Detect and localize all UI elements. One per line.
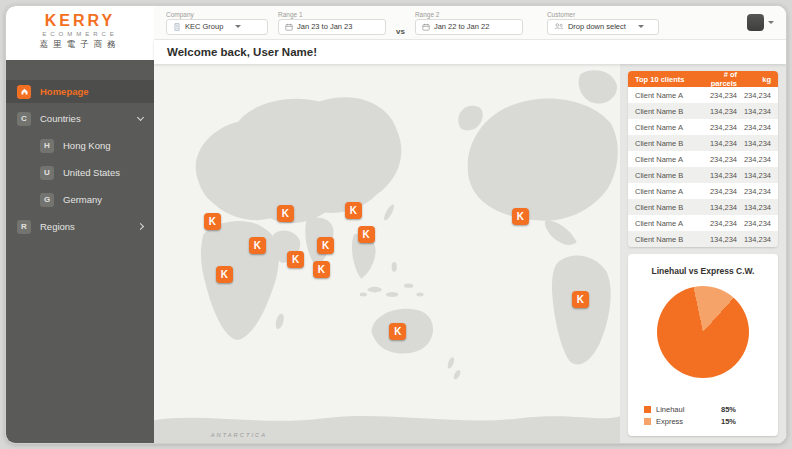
client-parcels: 234,234 (696, 155, 737, 164)
people-icon (554, 23, 564, 30)
world-map[interactable]: ANTARCTICA KKKKKKKKKKKK (154, 64, 620, 443)
range1-label: Range 1 (278, 11, 386, 18)
client-name: Client Name A (635, 123, 696, 132)
company-select[interactable]: KEC Group (166, 19, 268, 35)
pie-chart-title: Linehaul vs Express C.W. (652, 266, 755, 276)
company-group: Company KEC Group (166, 11, 268, 35)
user-menu[interactable] (747, 14, 774, 31)
client-parcels: 134,234 (696, 235, 737, 244)
client-kg: 134,234 (737, 203, 771, 212)
customer-select[interactable]: Drop down select (547, 19, 659, 35)
customer-label: Customer (547, 11, 659, 18)
range2-datepicker[interactable]: Jan 22 to Jan 22 (415, 19, 523, 35)
table-row[interactable]: Client Name B134,234134,234 (628, 135, 778, 151)
range1-datepicker[interactable]: Jan 23 to Jan 23 (278, 19, 386, 35)
client-name: Client Name A (635, 219, 696, 228)
client-kg: 234,234 (737, 155, 771, 164)
customer-group: Customer Drop down select (547, 11, 659, 35)
client-name: Client Name B (635, 107, 696, 116)
kerry-map-marker[interactable]: K (572, 291, 589, 308)
client-kg: 134,234 (737, 171, 771, 180)
welcome-banner: Welcome back, User Name! (154, 40, 786, 64)
range2-label: Range 2 (415, 11, 523, 18)
legend-value: 85% (721, 405, 736, 414)
kerry-map-marker[interactable]: K (277, 205, 294, 222)
legend-item-linehaul: Linehaul 85% (644, 405, 762, 414)
table-row[interactable]: Client Name B134,234134,234 (628, 103, 778, 119)
logo-chinese: 嘉里電子商務 (6, 39, 154, 51)
col-top-10-clients: Top 10 clients (635, 75, 696, 84)
sidebar-item-hong-kong[interactable]: H Hong Kong (6, 134, 154, 157)
antarctica-label: ANTARCTICA (210, 432, 267, 438)
map-svg: ANTARCTICA (154, 64, 620, 443)
table-row[interactable]: Client Name A234,234234,234 (628, 151, 778, 167)
kerry-map-marker[interactable]: K (389, 323, 406, 340)
welcome-text: Welcome back, User Name! (167, 46, 317, 58)
client-kg: 134,234 (737, 235, 771, 244)
company-value: KEC Group (185, 22, 223, 31)
legend-label: Linehaul (656, 405, 684, 414)
countries-icon: C (17, 112, 31, 126)
sidebar-item-label: United States (63, 167, 120, 178)
customer-value: Drop down select (568, 22, 626, 31)
client-kg: 134,234 (737, 107, 771, 116)
sidebar-item-regions[interactable]: R Regions (6, 215, 154, 238)
company-label: Company (166, 11, 268, 18)
table-row[interactable]: Client Name A234,234234,234 (628, 119, 778, 135)
client-name: Client Name B (635, 203, 696, 212)
range1-value: Jan 23 to Jan 23 (297, 22, 352, 31)
united-states-icon: U (40, 166, 54, 180)
client-parcels: 234,234 (696, 123, 737, 132)
kerry-logo: KERRY ECOMMERCE 嘉里電子商務 (6, 6, 154, 60)
kerry-map-marker[interactable]: K (313, 261, 330, 278)
avatar (747, 14, 764, 31)
right-panel: Top 10 clients # of parcels kg Client Na… (620, 64, 786, 443)
germany-icon: G (40, 193, 54, 207)
sidebar-item-united-states[interactable]: U United States (6, 161, 154, 184)
legend-label: Express (656, 417, 683, 426)
sidebar-item-label: Regions (40, 221, 75, 232)
express-swatch (644, 418, 651, 425)
client-parcels: 134,234 (696, 139, 737, 148)
table-row[interactable]: Client Name A234,234234,234 (628, 215, 778, 231)
top-clients-card: Top 10 clients # of parcels kg Client Na… (628, 71, 778, 247)
pie-chart[interactable] (657, 286, 749, 378)
kerry-map-marker[interactable]: K (317, 237, 334, 254)
caret-down-icon (768, 21, 774, 24)
chevron-right-icon (137, 223, 144, 230)
kerry-map-marker[interactable]: K (216, 266, 233, 283)
table-row[interactable]: Client Name B134,234134,234 (628, 199, 778, 215)
calendar-icon (422, 23, 430, 31)
logo-subtitle: ECOMMERCE (6, 31, 154, 37)
table-row[interactable]: Client Name B134,234134,234 (628, 231, 778, 247)
kerry-map-marker[interactable]: K (204, 213, 221, 230)
caret-down-icon (638, 25, 644, 28)
sidebar-item-countries[interactable]: C Countries (6, 107, 154, 130)
kerry-map-marker[interactable]: K (512, 208, 529, 225)
sidebar-item-label: Germany (63, 194, 102, 205)
sidebar-item-homepage[interactable]: Homepage (6, 80, 154, 103)
kerry-map-marker[interactable]: K (345, 202, 362, 219)
caret-down-icon (235, 25, 241, 28)
client-name: Client Name A (635, 155, 696, 164)
legend-item-express: Express 15% (644, 417, 762, 426)
logo-brand: KERRY (6, 12, 154, 30)
calendar-icon (285, 23, 293, 31)
chevron-down-icon (137, 114, 144, 121)
table-row[interactable]: Client Name B134,234134,234 (628, 167, 778, 183)
kerry-map-marker[interactable]: K (287, 251, 304, 268)
sidebar-item-germany[interactable]: G Germany (6, 188, 154, 211)
versus-label: vs (396, 27, 405, 36)
table-row[interactable]: Client Name A234,234234,234 (628, 183, 778, 199)
sidebar-item-label: Hong Kong (63, 140, 111, 151)
table-row[interactable]: Client Name A234,234234,234 (628, 87, 778, 103)
range2-group: Range 2 Jan 22 to Jan 22 (415, 11, 523, 35)
linehaul-swatch (644, 406, 651, 413)
sidebar-nav: Homepage C Countries H Hong Kong U Unite… (6, 60, 154, 242)
kerry-map-marker[interactable]: K (249, 237, 266, 254)
kerry-map-marker[interactable]: K (358, 226, 375, 243)
pie-legend: Linehaul 85% Express 15% (638, 405, 768, 426)
client-name: Client Name B (635, 171, 696, 180)
main-area: Company KEC Group Range 1 Jan 23 to Jan … (154, 6, 786, 443)
table-header: Top 10 clients # of parcels kg (628, 71, 778, 87)
